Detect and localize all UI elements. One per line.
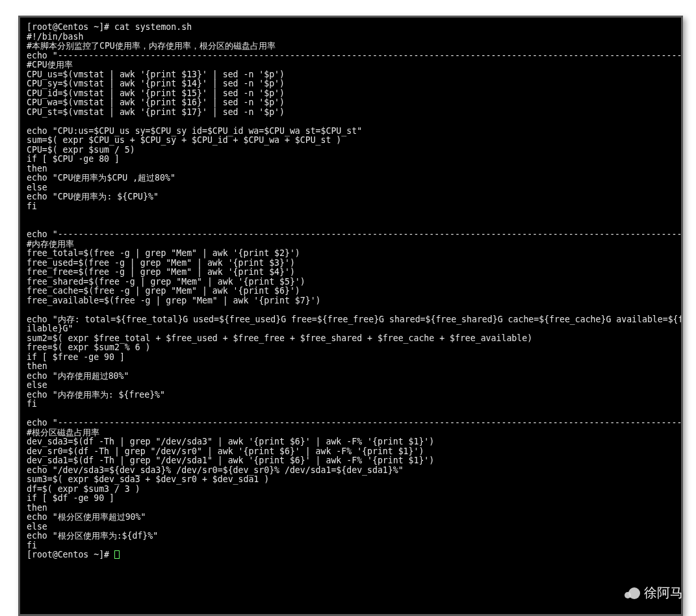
cursor-block (114, 550, 120, 559)
terminal-text[interactable]: [root@Centos ~]# cat systemon.sh #!/bin/… (27, 22, 683, 559)
terminal-window: [root@Centos ~]# cat systemon.sh #!/bin/… (18, 16, 683, 616)
watermark-label: 徐阿马 (644, 584, 683, 602)
watermark: 徐阿马 (625, 584, 683, 602)
wechat-icon (625, 587, 640, 599)
terminal-output: [root@Centos ~]# cat systemon.sh #!/bin/… (27, 23, 675, 560)
